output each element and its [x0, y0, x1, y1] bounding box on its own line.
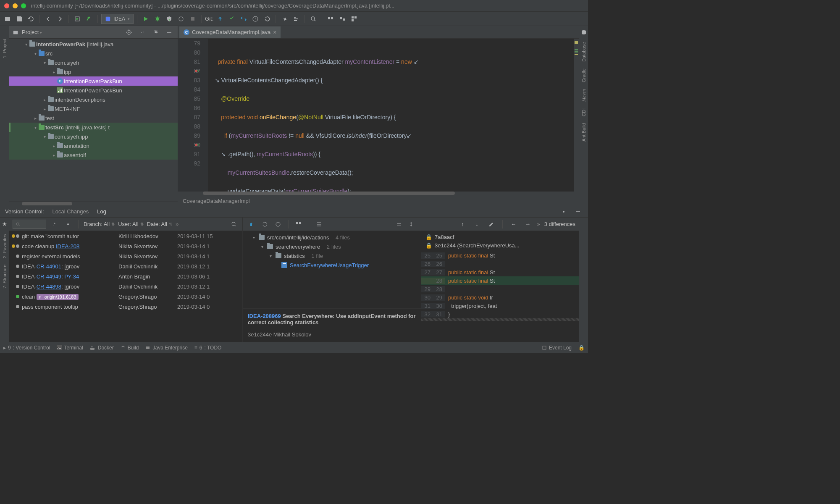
editor-hscroll[interactable]: [178, 192, 579, 196]
lock-icon: 🔒: [425, 242, 432, 249]
gear-icon[interactable]: [151, 27, 161, 37]
ide-tool-icon2[interactable]: [337, 14, 347, 24]
status-terminal[interactable]: Terminal: [57, 345, 83, 351]
vcs-tab-local[interactable]: Local Changes: [52, 208, 89, 215]
git-compare-icon[interactable]: [239, 14, 249, 24]
svg-rect-7: [328, 17, 330, 19]
override-up-icon[interactable]: [194, 68, 200, 74]
svg-point-2: [156, 17, 159, 21]
open-file-icon[interactable]: [3, 14, 13, 24]
class-icon: C: [184, 29, 189, 35]
git-revert-icon[interactable]: [262, 14, 272, 24]
commit-detail-panel: ▾src/com/intellij/ide/actions 4 files ▾s…: [242, 218, 421, 342]
svg-point-30: [276, 222, 280, 226]
code-editor[interactable]: 79 80 81 82 83 84 85 86 87 88 89 90 91 9…: [178, 39, 579, 192]
settings-icon[interactable]: [279, 14, 289, 24]
commit-log[interactable]: git: make "commit autorKirill Likhodedov…: [9, 231, 242, 312]
hide-icon[interactable]: [164, 27, 174, 37]
vcs-log-toolbar: .* Branch: All User: All Date: All »: [9, 218, 242, 231]
debug-icon[interactable]: [152, 14, 163, 24]
refresh-icon[interactable]: [26, 14, 36, 24]
svg-rect-13: [352, 19, 354, 21]
prev-diff-icon[interactable]: ↑: [458, 219, 468, 229]
gear-icon[interactable]: [559, 207, 569, 217]
error-stripe[interactable]: [574, 39, 579, 192]
git-history-icon[interactable]: [250, 14, 260, 24]
database-tool-button[interactable]: Database: [581, 42, 586, 62]
commit-message: IDEA-208969 Search Everywhere: Use addIn…: [243, 308, 421, 342]
status-docker[interactable]: Docker: [90, 345, 114, 351]
project-view-dropdown[interactable]: Project: [22, 29, 121, 35]
status-eventlog[interactable]: Event Log: [542, 345, 572, 351]
project-scrollbar[interactable]: [9, 202, 178, 206]
modified-file-icon: [281, 262, 287, 268]
next-diff-icon[interactable]: ↓: [472, 219, 482, 229]
user-filter[interactable]: User: All: [118, 221, 143, 227]
db-icon[interactable]: [581, 29, 587, 35]
status-todo[interactable]: ≡ 6: TODO: [194, 345, 222, 351]
filter-gear-icon[interactable]: [63, 219, 73, 229]
status-build[interactable]: Build: [121, 345, 139, 351]
expand-all-icon[interactable]: [314, 219, 324, 229]
vcs-tab-log[interactable]: Log: [97, 208, 106, 215]
history-icon[interactable]: [273, 219, 283, 229]
log-search-input[interactable]: [13, 220, 46, 229]
expand-icon[interactable]: [137, 27, 147, 37]
gradle-tool-button[interactable]: Gradle: [581, 68, 586, 82]
coverage-icon[interactable]: [164, 14, 174, 24]
collapse-icon[interactable]: [394, 219, 404, 229]
stop-icon[interactable]: [188, 14, 198, 24]
maximize-window-button[interactable]: [21, 3, 26, 8]
warnings-indicator[interactable]: [575, 41, 578, 44]
branch-filter[interactable]: Branch: All: [84, 221, 115, 227]
run-config-dropdown[interactable]: IDEA ▾: [101, 14, 134, 24]
run-icon[interactable]: [141, 14, 151, 24]
structure-icon[interactable]: [291, 14, 301, 24]
editor-tab-active[interactable]: C CoverageDataManagerImpl.java ×: [179, 26, 281, 38]
regex-icon[interactable]: .*: [50, 219, 60, 229]
group-icon[interactable]: [294, 219, 304, 229]
locate-icon[interactable]: [124, 27, 134, 37]
commit-row: clean 🏷 origin/191.6183Gregory.Shrago201…: [9, 291, 242, 302]
forward-icon[interactable]: [55, 14, 65, 24]
hide-icon[interactable]: [573, 207, 583, 217]
edit-icon[interactable]: [486, 219, 496, 229]
minimize-window-button[interactable]: [13, 3, 18, 8]
close-tab-icon[interactable]: ×: [273, 29, 276, 36]
back-icon[interactable]: ←: [509, 219, 519, 229]
status-vcs[interactable]: ▸ 9: 9: Version ControlVersion Control: [3, 345, 50, 351]
profile-icon[interactable]: [176, 14, 186, 24]
ide-tool-icon[interactable]: [326, 14, 336, 24]
hammer-icon[interactable]: [84, 14, 94, 24]
editor-gutter[interactable]: 79 80 81 82 83 84 85 86 87 88 89 90 91 9…: [178, 39, 208, 192]
forward-icon[interactable]: →: [523, 219, 533, 229]
expand-icon[interactable]: [407, 219, 417, 229]
search-icon[interactable]: [308, 14, 318, 24]
maven-tool-button[interactable]: Maven: [581, 89, 586, 102]
favorites-tool-button[interactable]: 2: Favorites: [2, 234, 7, 258]
structure-tool-button[interactable]: 7: Structure: [2, 265, 7, 289]
revert-icon[interactable]: [260, 219, 270, 229]
changed-files-tree[interactable]: ▾src/com/intellij/ide/actions 4 files ▾s…: [243, 231, 421, 308]
back-icon[interactable]: [43, 14, 53, 24]
editor-breadcrumb[interactable]: CoverageDataManagerImpl: [178, 196, 579, 206]
left-bottom-rail: ★ 2: Favorites 7: Structure: [0, 218, 9, 342]
override-up-icon[interactable]: [194, 142, 200, 147]
diff-viewer[interactable]: 2525public static final public static fi…: [421, 251, 579, 342]
svg-point-28: [67, 223, 69, 225]
cdi-tool-button[interactable]: CDI: [581, 108, 586, 116]
build-icon[interactable]: [72, 14, 82, 24]
status-lock-icon[interactable]: 🔒: [578, 345, 585, 351]
ant-tool-button[interactable]: Ant Build: [581, 123, 586, 142]
status-javaee[interactable]: Java Enterprise: [145, 345, 187, 351]
date-filter[interactable]: Date: All: [147, 221, 172, 227]
search-icon[interactable]: [229, 219, 239, 229]
git-update-icon[interactable]: [215, 14, 225, 24]
save-icon[interactable]: [14, 14, 24, 24]
project-tree[interactable]: ▾IntentionPowerPak [intellij.java ▾src ▾…: [9, 39, 178, 202]
project-tool-button[interactable]: 1: Project: [2, 39, 7, 58]
close-window-button[interactable]: [4, 3, 9, 8]
cherry-pick-icon[interactable]: [246, 219, 256, 229]
git-commit-icon[interactable]: [227, 14, 237, 24]
ide-tool-icon3[interactable]: [349, 14, 359, 24]
